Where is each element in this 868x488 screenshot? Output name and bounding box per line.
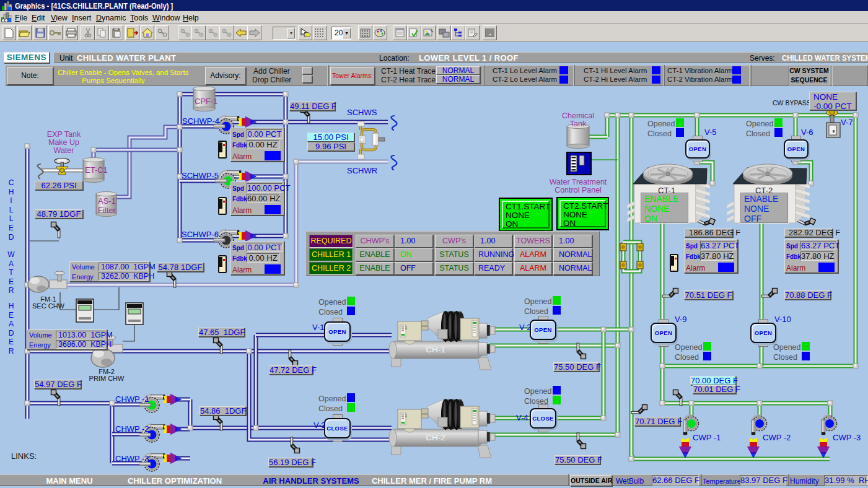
svg-text:CH-2: CH-2 [426, 433, 445, 442]
svg-text:CH-1: CH-1 [426, 345, 445, 354]
